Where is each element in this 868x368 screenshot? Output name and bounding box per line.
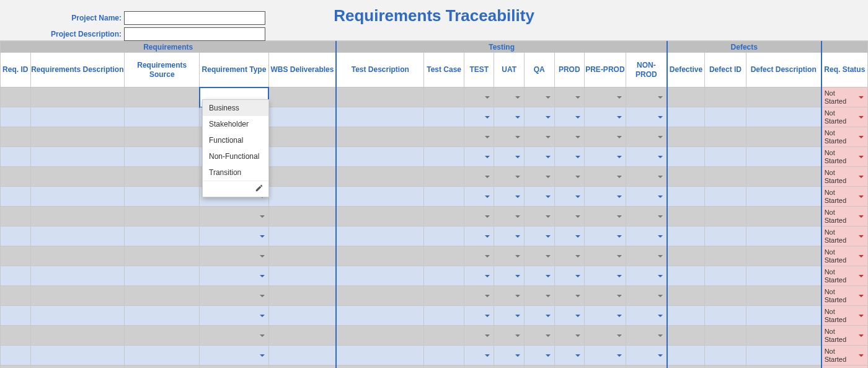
cell[interactable] bbox=[525, 227, 555, 246]
cell[interactable] bbox=[1, 187, 31, 207]
chevron-down-icon[interactable] bbox=[260, 235, 265, 238]
chevron-down-icon[interactable] bbox=[658, 354, 663, 357]
cell[interactable]: Not Started bbox=[822, 227, 868, 246]
cell[interactable] bbox=[746, 306, 821, 326]
chevron-down-icon[interactable] bbox=[515, 116, 520, 119]
cell[interactable] bbox=[746, 127, 821, 147]
cell[interactable] bbox=[554, 326, 585, 346]
cell[interactable] bbox=[336, 147, 424, 167]
cell[interactable]: Not Started bbox=[822, 167, 868, 187]
cell[interactable] bbox=[554, 246, 585, 266]
cell[interactable]: Not Started bbox=[822, 306, 868, 326]
cell[interactable] bbox=[464, 227, 494, 246]
cell[interactable] bbox=[30, 306, 125, 326]
cell[interactable] bbox=[424, 147, 464, 167]
cell[interactable]: Not Started bbox=[822, 127, 868, 147]
cell[interactable] bbox=[336, 266, 424, 286]
cell[interactable] bbox=[626, 167, 667, 187]
cell[interactable] bbox=[336, 346, 424, 366]
cell[interactable] bbox=[424, 326, 464, 346]
cell[interactable] bbox=[200, 326, 268, 346]
chevron-down-icon[interactable] bbox=[260, 334, 265, 337]
cell[interactable] bbox=[667, 366, 705, 369]
cell[interactable]: Not Started bbox=[822, 207, 868, 227]
cell[interactable] bbox=[585, 127, 626, 147]
cell[interactable] bbox=[667, 227, 705, 246]
chevron-down-icon[interactable] bbox=[575, 195, 580, 198]
cell[interactable] bbox=[200, 366, 268, 369]
cell[interactable] bbox=[746, 366, 821, 369]
cell[interactable] bbox=[585, 227, 626, 246]
chevron-down-icon[interactable] bbox=[260, 275, 265, 277]
cell[interactable] bbox=[268, 306, 336, 326]
cell[interactable]: Not Started bbox=[822, 286, 868, 306]
cell[interactable] bbox=[125, 107, 200, 127]
cell[interactable] bbox=[30, 286, 125, 306]
cell[interactable] bbox=[268, 266, 336, 286]
chevron-down-icon[interactable] bbox=[658, 176, 663, 178]
chevron-down-icon[interactable] bbox=[859, 315, 864, 317]
cell[interactable] bbox=[626, 88, 667, 107]
chevron-down-icon[interactable] bbox=[515, 96, 520, 99]
chevron-down-icon[interactable] bbox=[575, 176, 580, 178]
cell[interactable] bbox=[525, 207, 555, 227]
chevron-down-icon[interactable] bbox=[859, 195, 864, 198]
chevron-down-icon[interactable] bbox=[485, 354, 490, 357]
cell[interactable] bbox=[554, 207, 585, 227]
chevron-down-icon[interactable] bbox=[617, 116, 622, 119]
cell[interactable] bbox=[268, 286, 336, 306]
cell[interactable] bbox=[125, 346, 200, 366]
cell[interactable] bbox=[746, 107, 821, 127]
cell[interactable] bbox=[464, 167, 494, 187]
chevron-down-icon[interactable] bbox=[859, 295, 864, 297]
col-qa[interactable]: QA bbox=[525, 53, 555, 88]
chevron-down-icon[interactable] bbox=[485, 275, 490, 277]
chevron-down-icon[interactable] bbox=[658, 334, 663, 337]
cell[interactable] bbox=[424, 127, 464, 147]
chevron-down-icon[interactable] bbox=[859, 334, 864, 337]
cell[interactable] bbox=[746, 167, 821, 187]
cell[interactable] bbox=[268, 207, 336, 227]
cell[interactable] bbox=[585, 326, 626, 346]
cell[interactable] bbox=[525, 326, 555, 346]
cell[interactable] bbox=[705, 266, 746, 286]
col-test-case[interactable]: Test Case bbox=[424, 53, 464, 88]
cell[interactable] bbox=[200, 346, 268, 366]
cell[interactable] bbox=[626, 366, 667, 369]
chevron-down-icon[interactable] bbox=[617, 275, 622, 277]
cell[interactable] bbox=[424, 346, 464, 366]
cell[interactable] bbox=[667, 286, 705, 306]
cell[interactable] bbox=[1, 286, 31, 306]
chevron-down-icon[interactable] bbox=[515, 235, 520, 238]
cell[interactable] bbox=[268, 346, 336, 366]
chevron-down-icon[interactable] bbox=[658, 215, 663, 218]
cell[interactable] bbox=[268, 366, 336, 369]
chevron-down-icon[interactable] bbox=[546, 235, 551, 238]
chevron-down-icon[interactable] bbox=[658, 275, 663, 277]
cell[interactable] bbox=[125, 227, 200, 246]
chevron-down-icon[interactable] bbox=[575, 136, 580, 138]
cell[interactable] bbox=[494, 207, 525, 227]
cell[interactable] bbox=[746, 187, 821, 207]
cell[interactable] bbox=[1, 167, 31, 187]
chevron-down-icon[interactable] bbox=[515, 315, 520, 317]
chevron-down-icon[interactable] bbox=[575, 315, 580, 317]
cell[interactable] bbox=[30, 346, 125, 366]
chevron-down-icon[interactable] bbox=[515, 334, 520, 337]
cell[interactable] bbox=[626, 346, 667, 366]
cell[interactable] bbox=[667, 207, 705, 227]
cell[interactable] bbox=[30, 127, 125, 147]
cell[interactable] bbox=[336, 246, 424, 266]
cell[interactable] bbox=[585, 107, 626, 127]
cell[interactable] bbox=[705, 246, 746, 266]
chevron-down-icon[interactable] bbox=[575, 116, 580, 119]
chevron-down-icon[interactable] bbox=[575, 235, 580, 238]
chevron-down-icon[interactable] bbox=[546, 176, 551, 178]
cell[interactable] bbox=[705, 127, 746, 147]
cell[interactable] bbox=[626, 207, 667, 227]
cell[interactable] bbox=[554, 266, 585, 286]
cell[interactable] bbox=[268, 187, 336, 207]
chevron-down-icon[interactable] bbox=[515, 255, 520, 258]
cell[interactable] bbox=[494, 266, 525, 286]
cell[interactable] bbox=[1, 88, 31, 107]
